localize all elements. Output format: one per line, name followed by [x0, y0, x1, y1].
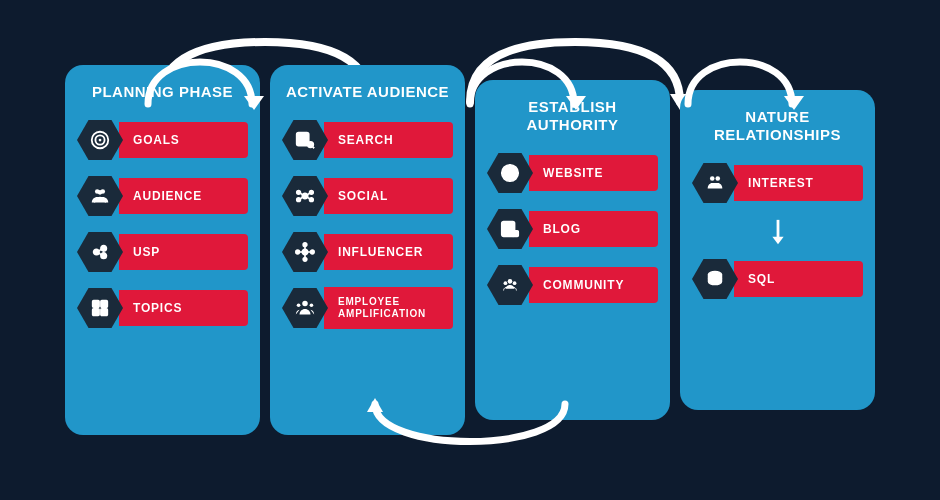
sql-icon [692, 256, 738, 302]
svg-point-45 [297, 303, 301, 307]
list-item: SOCIAL [282, 173, 453, 219]
svg-point-54 [508, 279, 513, 284]
sql-label: SQL [734, 261, 863, 297]
list-item: SQL [692, 256, 863, 302]
svg-point-37 [311, 250, 315, 254]
employee-label: EMPLOYEEAMPLIFICATION [324, 287, 453, 329]
list-item: AUDIENCE [77, 173, 248, 219]
svg-point-46 [310, 303, 314, 307]
svg-point-56 [513, 281, 517, 285]
authority-items: WEBSITE BLOG COMMUNITY [487, 150, 658, 308]
phase-title-authority: ESTABLISH AUTHORITY [487, 98, 658, 134]
usp-icon [77, 229, 123, 275]
list-item: GOALS [77, 117, 248, 163]
website-icon [487, 150, 533, 196]
goals-label: GOALS [119, 122, 248, 158]
audience-label: AUDIENCE [119, 178, 248, 214]
svg-point-11 [98, 190, 103, 195]
svg-point-14 [101, 253, 107, 258]
interest-label: INTEREST [734, 165, 863, 201]
svg-point-30 [310, 198, 314, 202]
svg-point-58 [715, 176, 720, 181]
community-label: COMMUNITY [529, 267, 658, 303]
influencer-label: INFLUENCER [324, 234, 453, 270]
svg-point-36 [296, 250, 300, 254]
interest-to-sql-arrow [692, 218, 863, 246]
phase-title-activate: ACTIVATE AUDIENCE [286, 83, 449, 101]
svg-rect-17 [93, 301, 99, 307]
svg-point-28 [310, 191, 314, 195]
svg-point-38 [303, 243, 307, 247]
audience-icon [77, 173, 123, 219]
svg-point-55 [504, 281, 508, 285]
diagram-container: PLANNING PHASE GOALS AUDIENCE [20, 20, 920, 480]
search-icon [282, 117, 328, 163]
svg-rect-53 [513, 231, 519, 237]
phase-title-nature: NATURE RELATIONSHIPS [692, 108, 863, 144]
list-item: SEARCH [282, 117, 453, 163]
planning-items: GOALS AUDIENCE USP [77, 117, 248, 331]
search-label: SEARCH [324, 122, 453, 158]
columns-wrapper: PLANNING PHASE GOALS AUDIENCE [65, 65, 875, 435]
svg-point-12 [94, 249, 100, 255]
employee-icon [282, 285, 328, 331]
blog-icon [487, 206, 533, 252]
svg-point-35 [302, 249, 308, 255]
list-item: EMPLOYEEAMPLIFICATION [282, 285, 453, 331]
social-label: SOCIAL [324, 178, 453, 214]
svg-point-27 [297, 191, 301, 195]
svg-point-24 [308, 142, 314, 148]
phase-card-planning: PLANNING PHASE GOALS AUDIENCE [65, 65, 260, 435]
svg-point-29 [297, 198, 301, 202]
svg-point-39 [303, 258, 307, 262]
usp-label: USP [119, 234, 248, 270]
interest-icon [692, 160, 738, 206]
phase-card-nature: NATURE RELATIONSHIPS INTEREST [680, 90, 875, 410]
activate-items: SEARCH SOCIAL INFLUENCER [282, 117, 453, 331]
svg-point-8 [99, 139, 102, 142]
svg-point-57 [710, 176, 715, 181]
svg-line-16 [99, 253, 101, 255]
topics-label: TOPICS [119, 290, 248, 326]
svg-rect-18 [101, 301, 107, 307]
blog-label: BLOG [529, 211, 658, 247]
community-icon [487, 262, 533, 308]
svg-point-13 [101, 246, 107, 252]
topics-icon [77, 285, 123, 331]
list-item: BLOG [487, 206, 658, 252]
influencer-icon [282, 229, 328, 275]
phase-card-activate: ACTIVATE AUDIENCE SEARCH SOCIAL [270, 65, 465, 435]
svg-rect-20 [101, 309, 107, 315]
svg-line-15 [99, 249, 101, 251]
phase-title-planning: PLANNING PHASE [92, 83, 233, 101]
goals-icon [77, 117, 123, 163]
website-label: WEBSITE [529, 155, 658, 191]
svg-marker-60 [772, 237, 783, 244]
list-item: COMMUNITY [487, 262, 658, 308]
svg-rect-19 [93, 309, 99, 315]
svg-line-25 [313, 147, 314, 148]
list-item: TOPICS [77, 285, 248, 331]
svg-point-44 [302, 301, 308, 307]
list-item: USP [77, 229, 248, 275]
list-item: WEBSITE [487, 150, 658, 196]
social-icon [282, 173, 328, 219]
phase-card-authority: ESTABLISH AUTHORITY WEBSITE BLOG [475, 80, 670, 420]
nature-items: INTEREST SQL [692, 160, 863, 302]
list-item: INFLUENCER [282, 229, 453, 275]
list-item: INTEREST [692, 160, 863, 206]
